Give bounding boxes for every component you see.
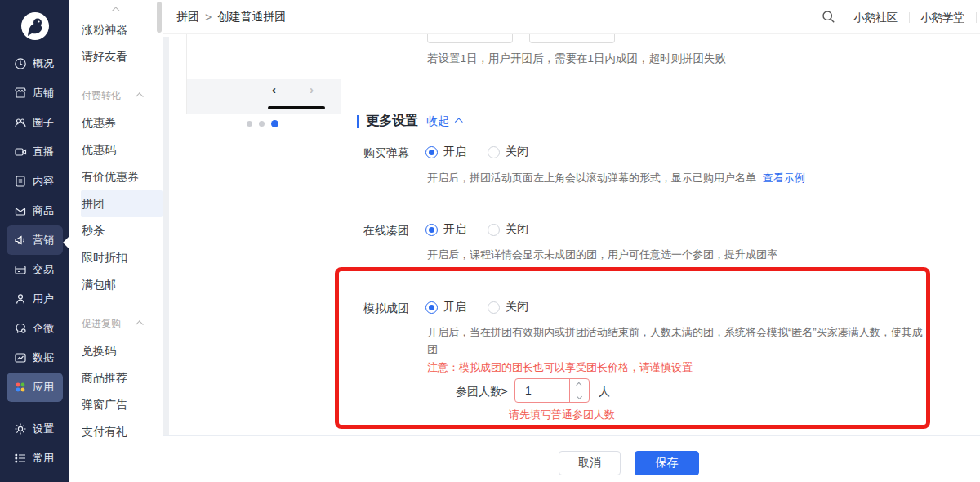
community-link[interactable]: 小鹅社区 xyxy=(853,11,898,25)
section-collapse-button[interactable] xyxy=(69,3,163,16)
subnav-item-paid-coupon[interactable]: 有价优惠券 xyxy=(69,163,163,190)
subnav-item-coupon-code[interactable]: 优惠码 xyxy=(69,136,163,163)
breadcrumb: 拼团 > 创建普通拼团 xyxy=(176,0,286,34)
carousel-scrollbar[interactable] xyxy=(268,106,325,109)
topbar-actions: 小鹅社区 小鹅学堂 通知中心 25 访问店铺 xyxy=(653,0,980,34)
subnav-item-label: 涨粉神器 xyxy=(82,23,127,36)
subnav-item-free-shipping[interactable]: 满包邮 xyxy=(69,271,163,298)
subnav-item-invite-friends[interactable]: 请好友看 xyxy=(69,43,163,70)
carousel-dots xyxy=(247,120,278,127)
sidebar-item-label: 用户 xyxy=(33,292,54,306)
subnav-item-redeem-code[interactable]: 兑换码 xyxy=(69,337,163,364)
subnav-item-flash-sale[interactable]: 秒杀 xyxy=(69,217,163,244)
chevron-up-icon xyxy=(576,382,581,388)
sidebar-item-marketing[interactable]: 营销 xyxy=(7,225,63,255)
danmaku-on-option[interactable]: 开启 xyxy=(425,145,466,159)
breadcrumb-separator: > xyxy=(205,11,212,24)
content-icon xyxy=(14,175,27,188)
carousel-dot-2[interactable] xyxy=(259,121,265,127)
frequent-icon xyxy=(14,452,27,465)
sidebar-item-users[interactable]: 用户 xyxy=(7,284,63,314)
sidebar-item-data[interactable]: 数据 xyxy=(7,343,63,373)
online-group-radio-group: 开启 关闭 xyxy=(425,222,528,237)
subnav-item-label: 有价优惠券 xyxy=(82,170,139,183)
marketing-icon xyxy=(14,234,27,247)
xiaoe-logo[interactable] xyxy=(0,0,69,49)
view-example-link[interactable]: 查看示例 xyxy=(763,172,805,184)
academy-link[interactable]: 小鹅学堂 xyxy=(920,11,964,25)
sidebar-item-shop[interactable]: 店铺 xyxy=(7,78,63,108)
sidebar-item-overview[interactable]: 概况 xyxy=(7,49,63,78)
subnav-scrollbar-thumb[interactable] xyxy=(157,2,162,33)
save-button[interactable]: 保存 xyxy=(635,451,699,475)
breadcrumb-root[interactable]: 拼团 xyxy=(176,10,199,25)
subnav-item-label: 商品推荐 xyxy=(82,371,127,384)
secondary-sidebar: 涨粉神器 请好友看 付费转化 优惠券 优惠码 有价优惠券 拼团 秒杀 限时折扣 … xyxy=(69,0,163,482)
sidebar-item-frequent[interactable]: 常用 xyxy=(7,444,63,473)
apps-icon xyxy=(14,381,27,394)
online-group-on-option[interactable]: 开启 xyxy=(425,222,466,237)
topbar-divider xyxy=(976,12,977,23)
sidebar-item-content[interactable]: 内容 xyxy=(7,167,63,196)
shop-icon xyxy=(14,87,27,100)
subnav-item-payment-gift[interactable]: 支付有礼 xyxy=(69,418,163,445)
subnav-item-limited-discount[interactable]: 限时折扣 xyxy=(69,244,163,271)
danmaku-description: 开启后，拼团活动页面左上角会以滚动弹幕的形式，显示已购用户名单 查看示例 xyxy=(427,169,805,186)
subnav-section-repurchase[interactable]: 促进复购 xyxy=(69,310,163,337)
sidebar-item-label: 直播 xyxy=(33,145,54,159)
sidebar-item-trade[interactable]: 交易 xyxy=(7,255,63,284)
sidebar-item-wecom[interactable]: 企微 xyxy=(7,314,63,343)
stepper-down-button[interactable] xyxy=(570,391,589,403)
sidebar-item-live[interactable]: 直播 xyxy=(7,137,63,167)
subnav-item-label: 支付有礼 xyxy=(82,425,127,438)
danmaku-off-option[interactable]: 关闭 xyxy=(488,145,528,159)
simulated-group-warning: 注意：模拟成团的团长也可以享受团长价格，请谨慎设置 xyxy=(427,360,693,375)
simulated-group-on-option[interactable]: 开启 xyxy=(425,300,466,315)
stepper-up-button[interactable] xyxy=(570,379,589,391)
subnav-item-fan-growth[interactable]: 涨粉神器 xyxy=(69,16,163,43)
subnav-item-coupon[interactable]: 优惠券 xyxy=(69,109,163,136)
radio-selected-icon xyxy=(425,224,438,236)
breadcrumb-current: 创建普通拼团 xyxy=(217,10,286,25)
subnav-item-popup-ad[interactable]: 弹窗广告 xyxy=(69,391,163,418)
participants-input[interactable]: 1 xyxy=(514,378,590,403)
data-icon xyxy=(14,351,27,364)
subnav-item-group-buy[interactable]: 拼团 xyxy=(81,190,163,217)
subnav-section-paid-conversion[interactable]: 付费转化 xyxy=(69,83,163,109)
chevron-up-icon xyxy=(136,92,144,100)
subnav-item-product-recommend[interactable]: 商品推荐 xyxy=(69,364,163,391)
sidebar-item-apps[interactable]: 应用 xyxy=(7,373,63,402)
carousel-dot-1[interactable] xyxy=(247,121,252,127)
more-settings-header: 更多设置 收起 xyxy=(357,113,462,130)
simulated-group-off-option[interactable]: 关闭 xyxy=(488,300,528,315)
participants-error: 请先填写普通参团人数 xyxy=(509,408,615,422)
search-icon[interactable] xyxy=(822,10,835,24)
section-accent-bar xyxy=(357,115,359,128)
subnav-item-label: 优惠码 xyxy=(82,143,116,156)
sidebar-item-community[interactable]: 圈子 xyxy=(7,108,63,137)
sidebar-item-label: 内容 xyxy=(33,174,54,189)
cropped-input-2[interactable] xyxy=(529,34,615,43)
chevron-up-icon xyxy=(455,118,463,126)
carousel-next-button[interactable]: › xyxy=(310,83,314,96)
cancel-button[interactable]: 取消 xyxy=(559,451,621,475)
collapse-label: 收起 xyxy=(426,114,449,129)
cropped-input-1[interactable] xyxy=(427,34,513,43)
radio-label: 开启 xyxy=(443,145,466,159)
radio-label: 关闭 xyxy=(506,145,528,159)
simulated-group-description: 开启后，当在拼团有效期内或拼团活动结束前，人数未满的团，系统将会模拟“匿名”买家… xyxy=(427,324,927,358)
sidebar-item-goods[interactable]: 商品 xyxy=(7,196,63,225)
subnav-section-label: 促进复购 xyxy=(82,317,121,331)
image-carousel: ‹ › xyxy=(186,34,341,114)
carousel-prev-button[interactable]: ‹ xyxy=(272,83,276,96)
sidebar-item-settings[interactable]: 设置 xyxy=(7,414,63,444)
settings-icon xyxy=(14,422,27,435)
danmaku-radio-group: 开启 关闭 xyxy=(425,145,528,159)
content-scrollbar-track[interactable] xyxy=(163,37,169,435)
subnav-item-label: 兑换码 xyxy=(82,344,116,357)
participants-unit: 人 xyxy=(599,385,610,399)
sidebar-item-label: 常用 xyxy=(33,451,54,466)
online-group-off-option[interactable]: 关闭 xyxy=(488,222,528,237)
carousel-dot-3-active[interactable] xyxy=(271,120,278,127)
collapse-toggle[interactable]: 收起 xyxy=(426,114,462,129)
